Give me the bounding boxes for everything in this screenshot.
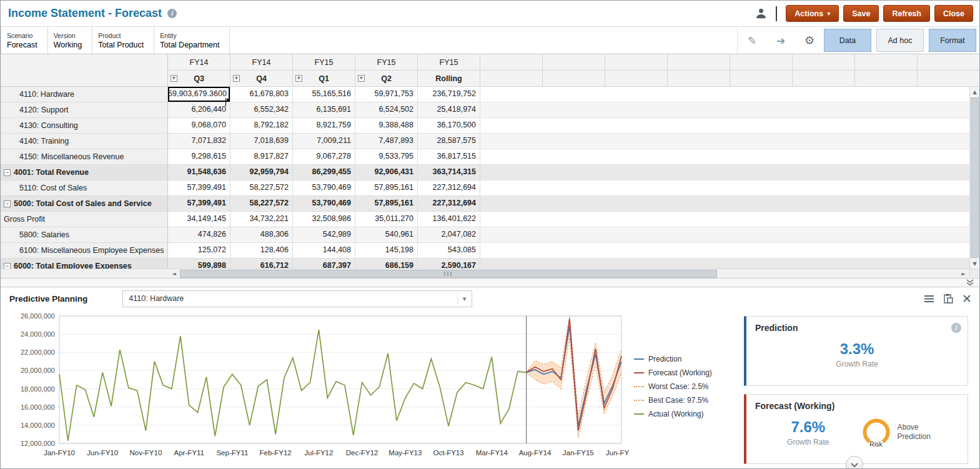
refresh-button[interactable]: Refresh — [883, 5, 930, 22]
grid-cell[interactable]: 25,418,974 — [418, 102, 480, 118]
grid-cell[interactable]: 543,085 — [418, 243, 480, 259]
grid-cell[interactable]: 8,917,827 — [230, 149, 293, 165]
grid-cell[interactable]: 6,206,440 — [168, 102, 230, 118]
expand-icon[interactable]: + — [295, 75, 302, 82]
grid-cell[interactable]: 58,227,572 — [230, 196, 293, 212]
row-header[interactable]: 5800: Salaries — [1, 227, 168, 243]
grid-cell[interactable]: 6,552,342 — [230, 102, 293, 118]
row-header[interactable]: −5000: Total Cost of Sales and Service — [1, 196, 168, 212]
grid-cell[interactable]: 145,198 — [355, 243, 418, 259]
grid-cell[interactable]: 2,590,167 — [418, 259, 480, 269]
column-header-period[interactable]: + Q4 — [230, 71, 293, 87]
tab-format[interactable]: Format — [929, 29, 976, 52]
grid-cell[interactable]: 9,067,278 — [293, 149, 355, 165]
user-icon[interactable] — [755, 7, 767, 19]
column-header-year[interactable]: FY14 — [230, 54, 293, 71]
column-header-period[interactable]: + Q2 — [355, 71, 418, 87]
grid-cell[interactable]: 57,399,491 — [168, 196, 230, 212]
grid-cell[interactable]: 236,719,752 — [418, 87, 480, 102]
grid-cell[interactable]: 59,971,753 — [355, 87, 418, 102]
grid-cell[interactable]: 227,312,694 — [418, 196, 480, 212]
grid-cell[interactable]: 542,989 — [293, 227, 355, 243]
selected-grid-cell[interactable]: 59,903,679.3600 — [168, 87, 230, 102]
grid-cell[interactable]: 616,712 — [230, 259, 293, 269]
scroll-up-icon[interactable]: ▲ — [970, 87, 979, 97]
scroll-left-icon[interactable]: ◄ — [169, 269, 179, 279]
info-icon[interactable]: i — [951, 323, 961, 333]
grid-cell[interactable]: 9,533,795 — [355, 149, 418, 165]
vertical-scrollbar[interactable]: ▲ ▼ — [969, 87, 979, 269]
row-header[interactable]: 6100: Miscellaneous Employee Expenses — [1, 243, 168, 259]
grid-cell[interactable]: 363,714,315 — [418, 165, 480, 180]
expand-icon[interactable]: + — [358, 75, 365, 82]
actions-button[interactable]: Actions ▾ — [786, 5, 839, 22]
pov-scenario[interactable]: Scenario Forecast — [1, 27, 48, 54]
row-header[interactable]: Gross Profit — [1, 212, 168, 227]
horizontal-scroll-thumb[interactable] — [180, 270, 717, 278]
paste-data-icon[interactable] — [944, 294, 953, 304]
save-button[interactable]: Save — [843, 5, 879, 22]
edit-pencil-icon[interactable]: ✎ — [738, 27, 766, 54]
close-panel-icon[interactable] — [963, 295, 971, 302]
grid-cell[interactable]: 128,406 — [230, 243, 293, 259]
grid-cell[interactable]: 599,898 — [168, 259, 230, 269]
grid-cell[interactable]: 91,548,636 — [168, 165, 230, 180]
horizontal-scrollbar[interactable]: ◄ ► — [1, 269, 979, 279]
grid-cell[interactable]: 7,487,893 — [355, 134, 418, 149]
vertical-scroll-thumb[interactable] — [971, 97, 979, 258]
column-header-year[interactable]: FY15 — [293, 54, 355, 71]
grid-cell[interactable]: 540,961 — [355, 227, 418, 243]
tab-data[interactable]: Data — [824, 29, 871, 52]
row-header[interactable]: 4110: Hardware — [1, 87, 168, 102]
row-header[interactable]: −6000: Total Employee Expenses — [1, 259, 168, 269]
grid-cell[interactable]: 488,306 — [230, 227, 293, 243]
close-button[interactable]: Close — [934, 5, 973, 22]
row-header[interactable]: 4150: Miscellaneous Revenue — [1, 149, 168, 165]
column-header-year[interactable]: FY14 — [168, 54, 230, 71]
pov-product[interactable]: Product Total Product — [92, 27, 154, 54]
column-header-year[interactable]: FY15 — [418, 54, 480, 71]
grid-cell[interactable]: 36,170,500 — [418, 118, 480, 134]
scroll-down-icon[interactable]: ▼ — [970, 259, 979, 269]
go-arrow-icon[interactable]: ➔ — [766, 27, 795, 54]
grid-cell[interactable]: 53,790,469 — [293, 180, 355, 196]
grid-cell[interactable]: 9,068,070 — [168, 118, 230, 134]
panel-splitter[interactable] — [1, 279, 979, 287]
double-chevron-down-icon[interactable] — [966, 279, 974, 286]
grid-cell[interactable]: 7,071,832 — [168, 134, 230, 149]
grid-cell[interactable]: 53,790,469 — [293, 196, 355, 212]
row-header[interactable]: 4130: Consulting — [1, 118, 168, 134]
grid-cell[interactable]: 34,732,221 — [230, 212, 293, 227]
pov-entity[interactable]: Entity Total Department — [154, 27, 230, 54]
grid-cell[interactable]: 57,399,491 — [168, 180, 230, 196]
scroll-right-icon[interactable]: ► — [958, 269, 969, 279]
grid-cell[interactable]: 34,149,145 — [168, 212, 230, 227]
expand-icon[interactable]: + — [233, 75, 240, 82]
grid-cell[interactable]: 9,388,488 — [355, 118, 418, 134]
menu-icon[interactable] — [924, 295, 934, 303]
grid-cell[interactable]: 28,587,575 — [418, 134, 480, 149]
grid-cell[interactable]: 686,159 — [355, 259, 418, 269]
grid-cell[interactable]: 6,524,502 — [355, 102, 418, 118]
column-header-period[interactable]: + Q3 — [168, 71, 230, 87]
grid-cell[interactable]: 57,895,161 — [355, 196, 418, 212]
collapse-icon[interactable]: − — [4, 200, 11, 207]
member-selector[interactable]: 4110: Hardware ▾ — [122, 290, 472, 307]
collapse-icon[interactable]: − — [4, 263, 11, 269]
column-header-period[interactable]: Rolling — [418, 71, 480, 87]
grid-cell[interactable]: 2,047,082 — [418, 227, 480, 243]
grid-cell[interactable]: 61,678,803 — [230, 87, 293, 102]
row-header[interactable]: 4120: Support — [1, 102, 168, 118]
grid-cell[interactable]: 58,227,572 — [230, 180, 293, 196]
row-header[interactable]: 4140: Training — [1, 134, 168, 149]
grid-cell[interactable]: 8,921,759 — [293, 118, 355, 134]
grid-cell[interactable]: 125,072 — [168, 243, 230, 259]
grid-cell[interactable]: 227,312,694 — [418, 180, 480, 196]
grid-cell[interactable]: 474,826 — [168, 227, 230, 243]
grid-cell[interactable]: 32,508,986 — [293, 212, 355, 227]
grid-cell[interactable]: 6,135,691 — [293, 102, 355, 118]
grid-cell[interactable]: 7,009,211 — [293, 134, 355, 149]
row-header[interactable]: −4001: Total Revenue — [1, 165, 168, 180]
grid-cell[interactable]: 687,397 — [293, 259, 355, 269]
column-header-year[interactable]: FY15 — [355, 54, 418, 71]
